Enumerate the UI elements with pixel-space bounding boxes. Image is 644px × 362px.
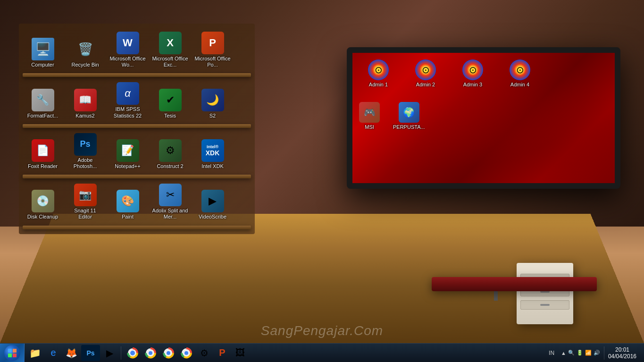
desk-cabinet — [517, 263, 573, 324]
ms-excel-icon: X — [159, 32, 182, 54]
tesis-label: Tesis — [164, 113, 176, 119]
svg-rect-0 — [8, 349, 12, 353]
taskbar-settings[interactable]: ⚙ — [196, 345, 213, 361]
taskbar-picture[interactable]: 🖼 — [232, 345, 249, 361]
monitor-icon-perpusta[interactable]: 🌍 PERPUSTA... — [391, 100, 427, 132]
ms-word-icon: W — [117, 32, 139, 54]
tray-search-icon: 🔍 — [568, 350, 575, 356]
computer-label: Computer — [31, 62, 54, 68]
monitor-icon-admin3[interactable]: ⊙ Admin 3 — [452, 58, 494, 90]
monitor-icons-row1: ⊙ Admin 1 ⊙ Admin 2 ⊙ Admin 3 ⊙ Admin 4 — [357, 58, 541, 90]
desktop-icon-recycle-bin[interactable]: 🗑️ Recycle Bin — [65, 36, 105, 70]
ms-excel-label: Microsoft Office Exc... — [152, 56, 188, 68]
admin1-label: Admin 1 — [369, 82, 388, 88]
start-button[interactable] — [0, 344, 25, 362]
desktop-icon-s2[interactable]: 🌙 S2 — [192, 87, 233, 121]
photoshop-icon: Ps — [74, 133, 97, 156]
clock[interactable]: 20:01 04/04/2016 — [604, 346, 640, 360]
taskbar-wmplayer[interactable]: ▶ — [101, 345, 118, 361]
monitor-icon-admin4[interactable]: ⊙ Admin 4 — [499, 58, 541, 90]
desktop-icon-ms-ppt[interactable]: P Microsoft Office Po... — [192, 30, 233, 70]
admin3-icon: ⊙ — [462, 59, 483, 80]
videoscribe-label: VideoScribe — [199, 214, 226, 220]
desktop-icon-spss[interactable]: α IBM SPSS Statistics 22 — [108, 80, 148, 120]
clock-date: 04/04/2016 — [608, 353, 636, 360]
paint-icon: 🎨 — [117, 190, 139, 212]
shelf-row-4: 💿 Disk Cleanup 📷 Snagit 11 Editor 🎨 Pain… — [23, 179, 251, 224]
admin3-label: Admin 3 — [463, 82, 482, 88]
admin2-label: Admin 2 — [416, 82, 435, 88]
svg-rect-2 — [8, 354, 12, 357]
paint-label: Paint — [122, 214, 134, 220]
shelf-unit: 🖥️ Computer 🗑️ Recycle Bin W Microsoft O… — [19, 24, 255, 234]
desktop-icon-photoshop[interactable]: Ps Adobe Photosh... — [65, 131, 105, 171]
diskclean-icon: 💿 — [32, 190, 54, 212]
desktop-icon-snagit[interactable]: 📷 Snagit 11 Editor — [65, 182, 105, 222]
notepad-icon: 📝 — [117, 139, 139, 162]
desktop-icon-ms-excel[interactable]: X Microsoft Office Exc... — [150, 30, 190, 70]
shelf-row-1: 🖥️ Computer 🗑️ Recycle Bin W Microsoft O… — [23, 27, 251, 72]
taskbar-chrome1[interactable] — [124, 345, 141, 361]
ms-word-label: Microsoft Office Wo... — [109, 56, 146, 68]
intelxdk-label: Intel XDK — [201, 163, 223, 169]
monitor-icons-row2: 🎮 MSI 🌍 PERPUSTA... — [357, 100, 427, 132]
taskbar-ppt[interactable]: P — [214, 345, 231, 361]
recycle-bin-icon: 🗑️ — [74, 38, 97, 60]
desktop-icon-foxit[interactable]: 📄 Foxit Reader — [23, 137, 63, 171]
shelf-row-3: 📄 Foxit Reader Ps Adobe Photosh... 📝 Not… — [23, 129, 251, 174]
admin4-icon: ⊙ — [510, 59, 530, 80]
admin1-icon: ⊙ — [368, 59, 389, 80]
taskbar-firefox[interactable]: 🦊 — [63, 345, 80, 361]
desktop-icon-ms-word[interactable]: W Microsoft Office Wo... — [108, 30, 148, 70]
desktop-icon-videoscribe[interactable]: ▶ VideoScribe — [192, 188, 233, 222]
foxit-label: Foxit Reader — [28, 163, 58, 169]
foxit-icon: 📄 — [32, 139, 54, 162]
svg-point-8 — [149, 351, 152, 355]
formatfact-label: FormatFact... — [27, 113, 58, 119]
shelf-row-2: 🔧 FormatFact... 📖 Kamus2 α IBM SPSS Stat… — [23, 78, 251, 123]
svg-rect-1 — [13, 349, 17, 353]
desktop-icon-notepad[interactable]: 📝 Notepad++ — [108, 137, 148, 171]
s2-icon: 🌙 — [201, 89, 224, 111]
desktop-icon-adolix[interactable]: ✂ Adolix Split and Mer... — [150, 182, 190, 222]
tray-arrow[interactable]: ▲ — [561, 350, 566, 356]
tray-network-icon: 📶 — [585, 350, 592, 356]
monitor-icon-admin1[interactable]: ⊙ Admin 1 — [357, 58, 400, 90]
spss-label: IBM SPSS Statistics 22 — [109, 106, 146, 118]
taskbar-chrome4[interactable] — [178, 345, 195, 361]
monitor-icon-admin2[interactable]: ⊙ Admin 2 — [404, 58, 447, 90]
diskclean-label: Disk Cleanup — [27, 214, 58, 220]
taskbar-photoshop[interactable]: Ps — [81, 345, 100, 361]
perpusta-icon: 🌍 — [399, 102, 419, 123]
desktop-icon-kamus[interactable]: 📖 Kamus2 — [65, 87, 105, 121]
adolix-icon: ✂ — [159, 184, 182, 206]
desktop-icon-tesis[interactable]: ✔ Tesis — [150, 87, 190, 121]
kamus-label: Kamus2 — [75, 113, 94, 119]
monitor-icon-msi[interactable]: 🎮 MSI — [357, 100, 382, 132]
taskbar-items: 📁 e 🦊 Ps ▶ — [25, 344, 542, 362]
language-indicator: IN — [546, 350, 557, 356]
taskbar-chrome3[interactable] — [160, 345, 177, 361]
taskbar-chrome2[interactable] — [142, 345, 159, 361]
clock-time: 20:01 — [615, 346, 629, 353]
taskbar-explorer[interactable]: 📁 — [26, 345, 44, 361]
computer-icon: 🖥️ — [32, 38, 54, 60]
svg-point-12 — [184, 351, 188, 355]
desktop-icon-construct[interactable]: ⚙ Construct 2 — [150, 137, 190, 171]
ms-ppt-icon: P — [201, 32, 224, 54]
system-tray: ▲ 🔍 🔋 📶 🔊 — [561, 350, 600, 356]
shelf-board-4 — [23, 226, 251, 229]
desktop-icon-paint[interactable]: 🎨 Paint — [108, 188, 148, 222]
construct-icon: ⚙ — [159, 139, 182, 162]
desk — [432, 277, 597, 291]
construct-label: Construct 2 — [157, 163, 183, 169]
desktop-icon-formatfact[interactable]: 🔧 FormatFact... — [23, 87, 63, 121]
tray-volume-icon: 🔊 — [594, 350, 600, 356]
tesis-icon: ✔ — [159, 89, 182, 111]
taskbar-ie[interactable]: e — [45, 345, 62, 361]
desktop-icon-diskclean[interactable]: 💿 Disk Cleanup — [23, 188, 63, 222]
desktop-icon-computer[interactable]: 🖥️ Computer — [23, 36, 63, 70]
notepad-label: Notepad++ — [115, 163, 140, 169]
desktop-icon-intelxdk[interactable]: Intel®XDK Intel XDK — [192, 137, 233, 171]
shelf-board-3 — [23, 175, 251, 178]
